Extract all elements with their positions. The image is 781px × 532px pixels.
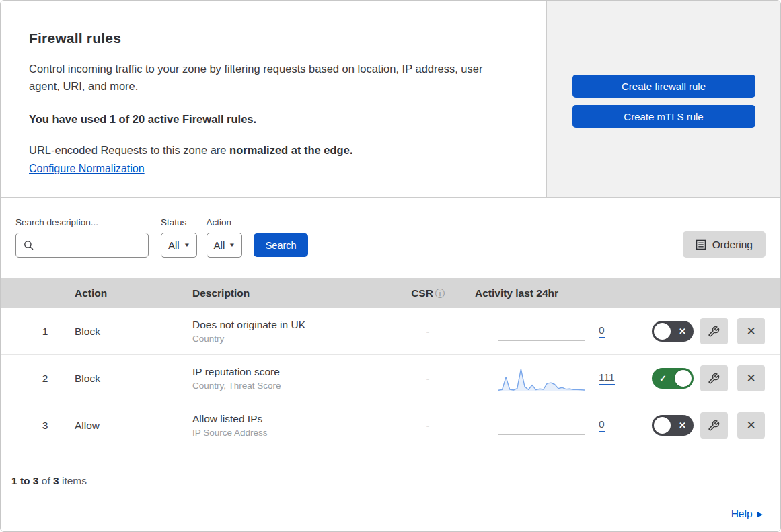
activity-flatline — [498, 340, 585, 341]
rule-priority: 2 — [1, 373, 75, 385]
help-link[interactable]: Help ▶ — [731, 508, 763, 520]
status-dropdown-value: All — [168, 239, 180, 251]
table-row: 3 Allow Allow listed IPs IP Source Addre… — [1, 402, 780, 449]
edit-rule-button[interactable] — [700, 318, 728, 344]
ordering-button-label: Ordering — [712, 239, 753, 251]
edit-cell — [695, 318, 733, 344]
toggle-knob — [675, 370, 692, 387]
delete-rule-button[interactable]: ✕ — [737, 412, 765, 439]
pagination-summary: 1 to 3 of 3 items — [1, 449, 780, 496]
rule-description-cell: Allow listed IPs IP Source Address — [192, 413, 391, 438]
help-bar: Help ▶ — [1, 496, 780, 531]
create-mtls-rule-button[interactable]: Create mTLS rule — [572, 105, 755, 128]
edit-rule-button[interactable] — [700, 365, 728, 391]
activity-flatline — [498, 434, 585, 435]
delete-rule-button[interactable]: ✕ — [737, 318, 765, 344]
activity-count-link[interactable]: 0 — [599, 418, 605, 432]
wrench-icon — [708, 420, 720, 432]
rule-priority: 1 — [1, 326, 75, 338]
create-firewall-rule-button[interactable]: Create firewall rule — [572, 75, 755, 98]
search-label: Search description... — [15, 217, 149, 227]
wrench-icon — [708, 373, 720, 385]
csr-column-header: CSRⓘ — [391, 287, 465, 300]
table-row: 1 Block Does not originate in UK Country… — [1, 308, 780, 355]
normalization-bold: normalized at the edge. — [229, 144, 352, 156]
search-button[interactable]: Search — [254, 233, 308, 257]
delete-cell: ✕ — [733, 365, 780, 391]
rule-description-cell: IP reputation score Country, Threat Scor… — [192, 366, 391, 391]
chevron-down-icon: ▼ — [183, 242, 190, 248]
usage-summary: You have used 1 of 20 active Firewall ru… — [29, 113, 506, 126]
activity-flatline-wrap — [498, 412, 585, 439]
action-dropdown[interactable]: All ▼ — [207, 233, 243, 258]
close-icon: ✕ — [746, 418, 755, 432]
delete-cell: ✕ — [733, 412, 780, 439]
rule-description: Allow listed IPs — [192, 413, 391, 425]
status-label: Status — [161, 217, 197, 227]
rule-description: IP reputation score — [192, 366, 391, 378]
toggle-knob — [654, 323, 671, 340]
ordering-button[interactable]: Ordering — [683, 231, 766, 258]
activity-count-link[interactable]: 0 — [599, 324, 605, 338]
normalization-note: URL-encoded Requests to this zone are no… — [29, 144, 506, 157]
action-filter-group: Action All ▼ — [207, 217, 243, 258]
status-filter-group: Status All ▼ — [161, 217, 197, 258]
rule-enabled-toggle[interactable]: ✓ ✕ — [652, 415, 694, 436]
configure-normalization-link[interactable]: Configure Normalization — [29, 163, 145, 175]
rule-csr-value: - — [391, 326, 465, 337]
toggle-cell: ✓ ✕ — [633, 368, 695, 389]
activity-sparkline — [498, 365, 585, 392]
page-title: Firewall rules — [29, 30, 506, 46]
table-row: 2 Block IP reputation score Country, Thr… — [1, 355, 780, 402]
activity-cell: 111 — [465, 365, 633, 392]
range-text: 1 to 3 — [11, 475, 38, 486]
rule-description-cell: Does not originate in UK Country — [192, 319, 391, 344]
action-column-header: Action — [75, 287, 192, 299]
rule-priority: 3 — [1, 420, 75, 432]
rule-criteria: IP Source Address — [192, 428, 391, 438]
activity-cell: 0 — [465, 318, 633, 345]
activity-cell: 0 — [465, 412, 633, 439]
info-icon[interactable]: ⓘ — [435, 288, 445, 299]
activity-flatline-wrap — [498, 318, 585, 345]
delete-cell: ✕ — [733, 318, 780, 344]
description-column-header: Description — [192, 287, 391, 299]
table-header-row: Action Description CSRⓘ Activity last 24… — [1, 278, 780, 308]
rule-criteria: Country — [192, 334, 391, 344]
rule-enabled-toggle[interactable]: ✓ ✕ — [652, 368, 694, 389]
normalization-text: URL-encoded Requests to this zone are — [29, 144, 229, 156]
rule-action: Block — [75, 373, 192, 385]
edit-cell — [695, 365, 733, 391]
of-text: of — [38, 475, 53, 486]
activity-count-link[interactable]: 111 — [599, 371, 615, 385]
filter-controls: Search description... Status All ▼ Actio… — [15, 217, 308, 258]
activity-column-header: Activity last 24hr — [465, 287, 633, 299]
help-label: Help — [731, 508, 753, 520]
filter-bar: Search description... Status All ▼ Actio… — [1, 198, 780, 278]
rule-enabled-toggle[interactable]: ✓ ✕ — [652, 321, 694, 342]
wrench-icon — [708, 326, 720, 338]
close-icon: ✕ — [746, 371, 755, 385]
search-input[interactable] — [39, 233, 173, 257]
toggle-cell: ✓ ✕ — [633, 321, 695, 342]
edit-rule-button[interactable] — [700, 412, 728, 439]
help-arrow-icon: ▶ — [757, 510, 763, 519]
page-description: Control incoming traffic to your zone by… — [29, 60, 505, 95]
search-group: Search description... — [15, 217, 149, 258]
header-actions-panel: Create firewall rule Create mTLS rule — [547, 1, 780, 197]
search-icon — [24, 240, 34, 250]
rule-description: Does not originate in UK — [192, 319, 391, 331]
rule-criteria: Country, Threat Score — [192, 381, 391, 391]
toggle-x-icon: ✕ — [679, 326, 686, 336]
status-dropdown[interactable]: All ▼ — [161, 233, 197, 258]
header-section: Firewall rules Control incoming traffic … — [1, 1, 780, 198]
total-text: 3 — [53, 475, 59, 486]
toggle-knob — [654, 417, 671, 434]
rule-action: Block — [75, 326, 192, 338]
toggle-cell: ✓ ✕ — [633, 415, 695, 436]
search-input-box[interactable] — [15, 233, 149, 258]
chevron-down-icon: ▼ — [229, 242, 235, 248]
close-icon: ✕ — [746, 324, 755, 338]
delete-rule-button[interactable]: ✕ — [737, 365, 765, 391]
action-label: Action — [207, 217, 243, 227]
